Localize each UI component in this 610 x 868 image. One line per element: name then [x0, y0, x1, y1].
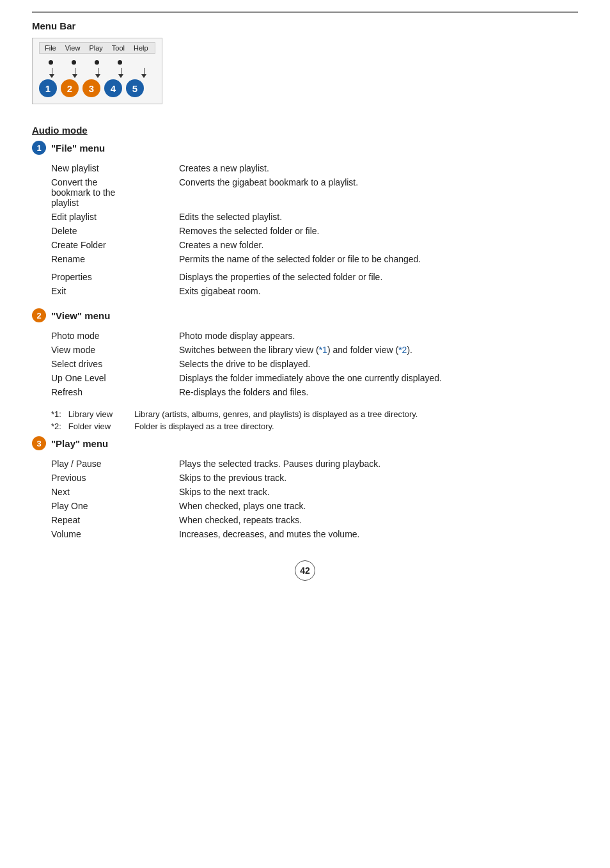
- arrow-4: [109, 68, 132, 78]
- term: Play One: [51, 499, 179, 513]
- footnote-desc-2: Folder is displayed as a tree directory.: [134, 422, 274, 431]
- desc: Exits gigabeat room.: [179, 284, 597, 298]
- file-menu-table: New playlist Creates a new playlist. Con…: [51, 161, 597, 298]
- dot-1: [39, 56, 62, 67]
- term: Play / Pause: [51, 457, 179, 471]
- term: Up One Level: [51, 371, 179, 385]
- table-row: Play One When checked, plays one track.: [51, 499, 597, 513]
- term: Rename: [51, 252, 179, 266]
- menu-file: File: [45, 44, 56, 52]
- menu-label-1: "File" menu: [51, 143, 105, 154]
- term: Refresh: [51, 385, 179, 399]
- circle-num-3: 3: [32, 436, 46, 450]
- page-number-area: 42: [32, 560, 578, 581]
- menu-label-3: "Play" menu: [51, 438, 108, 449]
- table-row: Rename Permits the name of the selected …: [51, 252, 597, 266]
- term: Create Folder: [51, 238, 179, 252]
- table-row: Delete Removes the selected folder or fi…: [51, 224, 597, 238]
- footnote-row-1: *1: Library view Library (artists, album…: [51, 409, 578, 419]
- term: Repeat: [51, 513, 179, 527]
- desc: When checked, repeats tracks.: [179, 513, 597, 527]
- desc: Skips to the next track.: [179, 485, 597, 499]
- table-row: Edit playlist Edits the selected playlis…: [51, 210, 597, 224]
- menu-section-2: 2 "View" menu Photo mode Photo mode disp…: [32, 308, 578, 431]
- num-icon-4: 4: [104, 79, 122, 97]
- table-row: Convert thebookmark to theplaylist Conve…: [51, 175, 597, 210]
- desc: Edits the selected playlist.: [179, 210, 597, 224]
- desc: Plays the selected tracks. Pauses during…: [179, 457, 597, 471]
- table-row: Repeat When checked, repeats tracks.: [51, 513, 597, 527]
- desc: Displays the folder immediately above th…: [179, 371, 597, 385]
- footnote-row-2: *2: Folder view Folder is displayed as a…: [51, 422, 578, 431]
- page: Menu Bar File View Play Tool Help: [0, 0, 610, 868]
- menu-view: View: [65, 44, 81, 52]
- dot-4: [108, 56, 131, 67]
- table-row: Photo mode Photo mode display appears.: [51, 329, 597, 343]
- table-row: Volume Increases, decreases, and mutes t…: [51, 527, 597, 541]
- audio-mode-title: Audio mode: [32, 125, 88, 136]
- table-row: Next Skips to the next track.: [51, 485, 597, 499]
- menu-tool: Tool: [112, 44, 125, 52]
- menu-section-3: 3 "Play" menu Play / Pause Plays the sel…: [32, 436, 578, 541]
- menu-help: Help: [134, 44, 148, 52]
- term: Next: [51, 485, 179, 499]
- arrow-2: [63, 68, 86, 78]
- term: Edit playlist: [51, 210, 179, 224]
- table-row: Create Folder Creates a new folder.: [51, 238, 597, 252]
- footnote-label-1: *1: Library view: [51, 409, 128, 419]
- term: New playlist: [51, 161, 179, 175]
- menu-label-2: "View" menu: [51, 310, 110, 321]
- term: Exit: [51, 284, 179, 298]
- table-row: Properties Displays the properties of th…: [51, 270, 597, 284]
- arrow-3: [86, 68, 109, 78]
- view-menu-table: Photo mode Photo mode display appears. V…: [51, 329, 597, 399]
- footnote-link-2: *2: [398, 345, 407, 355]
- section-title: Menu Bar: [32, 20, 578, 31]
- term: Properties: [51, 270, 179, 284]
- table-row: Select drives Selects the drive to be di…: [51, 357, 597, 371]
- dots-row: [39, 56, 155, 67]
- desc: Increases, decreases, and mutes the volu…: [179, 527, 597, 541]
- desc: Switches between the library view (*1) a…: [179, 343, 597, 357]
- arrow-row: [40, 68, 155, 78]
- table-row: Up One Level Displays the folder immedia…: [51, 371, 597, 385]
- dot-2: [62, 56, 85, 67]
- table-row: Exit Exits gigabeat room.: [51, 284, 597, 298]
- term: Select drives: [51, 357, 179, 371]
- footnote-label-2: *2: Folder view: [51, 422, 128, 431]
- page-number: 42: [295, 560, 315, 581]
- desc: Skips to the previous track.: [179, 471, 597, 485]
- desc: Selects the drive to be displayed.: [179, 357, 597, 371]
- footnote-link-1: *1: [319, 345, 327, 355]
- desc: Permits the name of the selected folder …: [179, 252, 597, 266]
- play-menu-table: Play / Pause Plays the selected tracks. …: [51, 457, 597, 541]
- section-header-1: 1 "File" menu: [32, 141, 578, 155]
- arrow-5: [132, 68, 155, 78]
- term: Previous: [51, 471, 179, 485]
- num-icon-3: 3: [82, 79, 100, 97]
- circle-num-2: 2: [32, 308, 46, 322]
- term: View mode: [51, 343, 179, 357]
- term: Volume: [51, 527, 179, 541]
- table-row: Refresh Re-displays the folders and file…: [51, 385, 597, 399]
- num-icon-2: 2: [61, 79, 79, 97]
- table-row: Previous Skips to the previous track.: [51, 471, 597, 485]
- term: Convert thebookmark to theplaylist: [51, 175, 179, 210]
- term: Photo mode: [51, 329, 179, 343]
- desc: Photo mode display appears.: [179, 329, 597, 343]
- desc: Re-displays the folders and files.: [179, 385, 597, 399]
- section-header-3: 3 "Play" menu: [32, 436, 578, 450]
- desc: When checked, plays one track.: [179, 499, 597, 513]
- table-row: Play / Pause Plays the selected tracks. …: [51, 457, 597, 471]
- table-row: New playlist Creates a new playlist.: [51, 161, 597, 175]
- top-border: [32, 12, 578, 13]
- desc: Converts the gigabeat bookmark to a play…: [179, 175, 597, 210]
- numbered-icons: 1 2 3 4 5: [39, 79, 155, 97]
- arrow-1: [40, 68, 63, 78]
- menubar-bar: File View Play Tool Help: [39, 42, 155, 54]
- table-row: View mode Switches between the library v…: [51, 343, 597, 357]
- circle-num-1: 1: [32, 141, 46, 155]
- dot-3: [85, 56, 108, 67]
- desc: Removes the selected folder or file.: [179, 224, 597, 238]
- menu-section-1: 1 "File" menu New playlist Creates a new…: [32, 141, 578, 298]
